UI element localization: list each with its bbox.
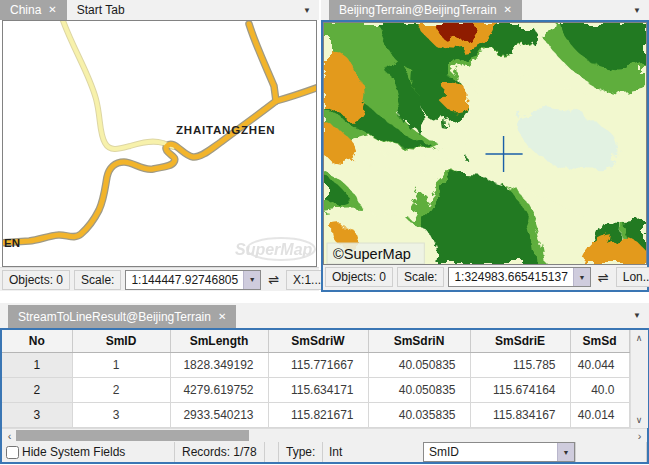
scale-combobox[interactable]: 1:324983.665415137 ▼ — [448, 267, 590, 287]
tab-beijing-terrain-label: BeijingTerrain@BeijingTerrain — [339, 3, 497, 17]
table-cell[interactable]: 1828.349192 — [170, 352, 268, 377]
chevron-down-icon[interactable]: ▼ — [303, 0, 311, 20]
swap-coordinates-icon[interactable]: ⇌ — [595, 270, 612, 285]
map-panel-china: China ✕ Start Tab ▼ SuperMap — [0, 0, 319, 292]
main-road — [249, 24, 276, 101]
table-cell[interactable]: 40.044 — [570, 352, 629, 377]
objects-count: Objects: 0 — [2, 270, 70, 290]
left-map-statusbar: Objects: 0 Scale: 1:144447.92746805 ▼ ⇌ … — [0, 267, 319, 291]
scrollbar-thumb[interactable] — [16, 430, 249, 441]
scale-label: Scale: — [397, 267, 444, 287]
scale-combobox[interactable]: 1:144447.92746805 ▼ — [125, 270, 261, 290]
scroll-left-icon[interactable]: ‹ — [3, 429, 16, 442]
hide-system-fields-control: Hide System Fields — [4, 442, 125, 462]
focused-map-container: ©SuperMap Objects: 0 Scale: 1:324983.665… — [321, 20, 649, 292]
chevron-down-icon[interactable]: ▼ — [573, 268, 590, 286]
table-row[interactable]: 111828.349192115.77166740.050835115.7854… — [2, 352, 629, 377]
minor-road — [62, 21, 173, 149]
cursor-coordinate: Lon... — [616, 267, 649, 287]
records-counter: Records: 1/78 — [174, 442, 265, 462]
scale-value: 1:324983.665415137 — [449, 270, 572, 284]
table-cell[interactable]: 40.035835 — [368, 402, 470, 427]
scroll-down-icon[interactable]: ∨ — [630, 412, 648, 428]
minor-road-casing — [62, 21, 173, 149]
table-cell[interactable]: 115.785 — [470, 352, 570, 377]
field-select-value: SmID — [424, 445, 557, 459]
table-cell[interactable]: 1 — [2, 352, 72, 377]
table-row[interactable]: 332933.540213115.82167140.035835115.8341… — [2, 402, 629, 427]
tab-stream-to-line-result[interactable]: StreamToLineResult@BeijingTerrain ✕ — [8, 305, 236, 328]
field-select-combobox[interactable]: SmID ▼ — [423, 442, 575, 462]
tab-beijing-terrain[interactable]: BeijingTerrain@BeijingTerrain ✕ — [329, 0, 522, 20]
hide-system-fields-checkbox[interactable] — [6, 446, 19, 459]
table-cell[interactable]: 115.834167 — [470, 402, 570, 427]
scale-label: Scale: — [74, 270, 121, 290]
column-header-smlength[interactable]: SmLength — [170, 330, 268, 352]
right-tabbar: BeijingTerrain@BeijingTerrain ✕ ▼ — [321, 0, 649, 20]
left-tabbar: China ✕ Start Tab ▼ — [0, 0, 319, 20]
table-row[interactable]: 224279.619752115.63417140.050835115.6741… — [2, 377, 629, 402]
chevron-down-icon[interactable]: ▼ — [243, 271, 260, 289]
table-cell[interactable]: 40.014 — [570, 402, 629, 427]
table-cell[interactable]: 2 — [72, 377, 170, 402]
table-cell[interactable]: 40.050835 — [368, 352, 470, 377]
table-cell[interactable]: 3 — [2, 402, 72, 427]
table-header-row: No SmID SmLength SmSdriW SmSdriN SmSdriE… — [2, 330, 629, 352]
table-cell[interactable]: 40.0 — [570, 377, 629, 402]
edge-town-label: EN — [4, 237, 20, 249]
chevron-down-icon[interactable]: ▼ — [633, 303, 641, 328]
tab-china[interactable]: China ✕ — [0, 0, 67, 20]
close-icon[interactable]: ✕ — [48, 5, 56, 15]
right-map-statusbar: Objects: 0 Scale: 1:324983.665415137 ▼ ⇌… — [323, 265, 647, 289]
table-cell[interactable]: 115.634171 — [268, 377, 368, 402]
map-view-beijing-terrain[interactable]: ©SuperMap — [323, 22, 647, 265]
close-icon[interactable]: ✕ — [504, 5, 512, 15]
scale-value: 1:144447.92746805 — [126, 273, 243, 287]
tab-start-tab[interactable]: Start Tab — [67, 0, 135, 20]
type-label: Type: — [278, 442, 323, 462]
table-cell[interactable]: 4279.619752 — [170, 377, 268, 402]
map-view-china[interactable]: SuperMap ZHAITANGZHEN EN — [2, 20, 317, 267]
table-tabbar: StreamToLineResult@BeijingTerrain ✕ ▼ — [0, 303, 649, 328]
column-header-no[interactable]: No — [2, 330, 72, 352]
table-cell[interactable]: 1 — [72, 352, 170, 377]
type-value: Int — [329, 442, 342, 462]
table-cell[interactable]: 115.674164 — [470, 377, 570, 402]
table-cell[interactable]: 3 — [72, 402, 170, 427]
tab-china-label: China — [10, 3, 41, 17]
map-panel-beijing-terrain: BeijingTerrain@BeijingTerrain ✕ ▼ — [321, 0, 649, 292]
column-header-smsdriw[interactable]: SmSdriW — [268, 330, 368, 352]
column-header-smsdris[interactable]: SmSd — [570, 330, 629, 352]
column-header-smsdrin[interactable]: SmSdriN — [368, 330, 470, 352]
road-map-graphic: SuperMap ZHAITANGZHEN EN — [3, 21, 316, 266]
town-label: ZHAITANGZHEN — [176, 124, 275, 136]
scroll-right-icon[interactable]: › — [633, 429, 646, 442]
supermap-workspace: China ✕ Start Tab ▼ SuperMap — [0, 0, 649, 465]
chevron-down-icon[interactable]: ▼ — [557, 443, 574, 461]
table-cell[interactable]: 115.821671 — [268, 402, 368, 427]
column-header-smsdrie[interactable]: SmSdriE — [470, 330, 570, 352]
table-footer: Hide System Fields Records: 1/78 Type: I… — [2, 442, 647, 462]
horizontal-scrollbar[interactable]: ‹ › — [2, 428, 647, 442]
vertical-scrollbar[interactable]: ∧ ∨ — [630, 330, 648, 428]
copyright-text: ©SuperMap — [333, 246, 411, 262]
focused-table-container: No SmID SmLength SmSdriW SmSdriN SmSdriE… — [0, 328, 649, 464]
swap-coordinates-icon[interactable]: ⇌ — [265, 272, 282, 287]
terrain-raster-graphic: ©SuperMap — [324, 23, 646, 264]
table-cell[interactable]: 40.050835 — [368, 377, 470, 402]
table-cell[interactable]: 2 — [2, 377, 72, 402]
table-cell[interactable]: 115.771667 — [268, 352, 368, 377]
chevron-down-icon[interactable]: ▼ — [633, 0, 641, 20]
close-icon[interactable]: ✕ — [218, 312, 226, 322]
objects-count: Objects: 0 — [325, 267, 393, 287]
supermap-watermark: SuperMap — [235, 241, 313, 258]
attribute-table-panel: StreamToLineResult@BeijingTerrain ✕ ▼ No… — [0, 303, 649, 464]
road-casing — [3, 101, 276, 243]
attribute-grid: No SmID SmLength SmSdriW SmSdriN SmSdriE… — [2, 330, 647, 428]
hide-system-fields-label: Hide System Fields — [22, 445, 125, 459]
attribute-table[interactable]: No SmID SmLength SmSdriW SmSdriN SmSdriE… — [2, 330, 630, 428]
column-header-smid[interactable]: SmID — [72, 330, 170, 352]
table-cell[interactable]: 2933.540213 — [170, 402, 268, 427]
tab-table-label: StreamToLineResult@BeijingTerrain — [18, 310, 211, 324]
scroll-up-icon[interactable]: ∧ — [630, 330, 648, 346]
